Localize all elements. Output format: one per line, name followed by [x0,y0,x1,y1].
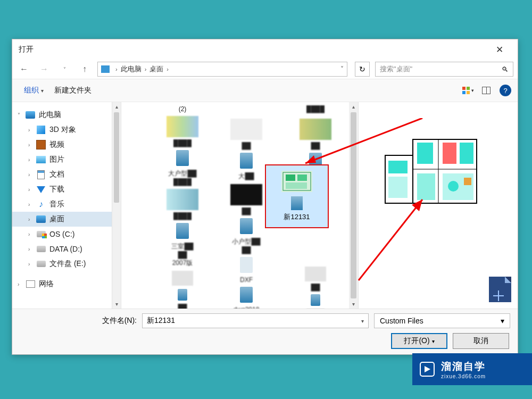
svg-point-15 [448,181,459,192]
organize-menu[interactable]: 组织 ▾ [19,84,49,97]
tree-3d-objects[interactable]: ›3D 对象 [12,122,121,137]
tree-pictures[interactable]: ›图片 [12,152,121,167]
svg-marker-18 [505,277,511,283]
annotation-arrow-icon [300,118,428,171]
forward-button[interactable]: → [37,62,52,77]
svg-rect-3 [286,182,307,189]
new-folder-button[interactable]: 新建文件夹 [49,84,97,97]
dialog-title: 打开 [19,45,34,54]
svg-rect-11 [443,143,456,164]
svg-rect-9 [388,177,408,198]
titlebar: 打开 ✕ [12,39,518,60]
view-mode-button[interactable]: ▾ [461,84,475,97]
bottom-bar: 文件名(N): 新12131▾ Custom Files▾ 打开(O) ▾ 取消 [12,309,518,354]
svg-line-23 [359,200,422,280]
svg-rect-16 [464,178,471,185]
svg-line-21 [305,118,422,163]
svg-marker-24 [412,200,422,211]
filename-label: 文件名(N): [99,316,137,326]
nav-row: ← → ˅ ↑ › 此电脑 › 桌面 › ˅ ↻ 搜索"桌面" 🔍︎ [12,60,518,79]
filetype-filter[interactable]: Custom Files▾ [374,313,510,328]
svg-marker-22 [305,155,316,163]
tree-network[interactable]: ›网络 [12,277,121,292]
annotation-arrow-icon [353,195,438,286]
cancel-button[interactable]: 取消 [453,333,509,349]
svg-marker-25 [425,366,430,372]
svg-rect-12 [460,143,473,164]
help-icon[interactable]: ? [500,85,511,96]
filetype-badge-icon [489,277,511,302]
file-header: (2) [151,105,214,113]
search-input[interactable]: 搜索"桌面" 🔍︎ [375,62,513,77]
sidebar-tree: ˅此电脑 ›3D 对象 ›视频 ›图片 ›文档 ›下载 ›♪音乐 ›桌面 ›OS… [12,102,121,309]
watermark-title: 溜溜自学 [441,360,486,373]
monitor-icon [101,65,110,73]
watermark: 溜溜自学 zixue.3d66.com [412,353,532,385]
address-bar[interactable]: › 此电脑 › 桌面 › ˅ [97,62,347,77]
file-thumbnail [281,171,312,192]
tree-drive-e[interactable]: ›文件盘 (E:) [12,256,121,271]
tree-downloads[interactable]: ›下载 [12,182,121,197]
refresh-button[interactable]: ↻ [355,62,370,77]
open-button[interactable]: 打开(O) ▾ [391,333,447,349]
tree-this-pc[interactable]: ˅此电脑 [12,107,121,122]
tree-videos[interactable]: ›视频 [12,137,121,152]
watermark-url: zixue.3d66.com [441,373,486,379]
file-icon [291,196,303,210]
selected-file-label: 新12131 [284,212,310,222]
open-file-dialog: 打开 ✕ ← → ˅ ↑ › 此电脑 › 桌面 › ˅ ↻ 搜索"桌面" 🔍︎ … [12,39,518,355]
play-icon [420,362,435,377]
tree-documents[interactable]: ›文档 [12,167,121,182]
tree-drive-d[interactable]: ›DATA (D:) [12,242,121,256]
svg-rect-2 [297,174,307,181]
back-button[interactable]: ← [16,62,31,77]
search-placeholder: 搜索"桌面" [380,64,412,74]
recent-menu[interactable]: ˅ [57,62,72,77]
filename-input[interactable]: 新12131▾ [142,313,369,328]
breadcrumb-this-pc[interactable]: 此电脑 [120,64,143,74]
preview-pane-button[interactable] [479,84,493,97]
up-button[interactable]: ↑ [77,62,92,77]
sidebar-scrollbar[interactable]: ▴▾ [112,102,121,309]
toolbar: 组织 ▾ 新建文件夹 ▾ ? [12,79,518,102]
selected-file[interactable]: 新12131 [266,165,328,227]
tree-desktop[interactable]: ›桌面 [12,212,121,227]
chevron-down-icon[interactable]: ˅ [340,65,344,73]
close-icon[interactable]: ✕ [488,40,511,59]
selected-file-highlight: 新12131 [265,164,329,228]
tree-drive-c[interactable]: ›OS (C:) [12,227,121,242]
tree-music[interactable]: ›♪音乐 [12,197,121,212]
svg-rect-1 [286,174,295,181]
breadcrumb-desktop[interactable]: 桌面 [148,64,164,74]
search-icon: 🔍︎ [502,65,509,73]
preview-pane [358,102,518,309]
